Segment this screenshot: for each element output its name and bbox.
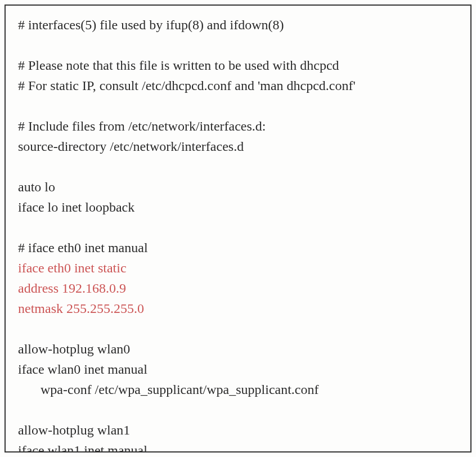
highlighted-line: address 192.168.0.9 (18, 278, 458, 298)
blank-line (18, 319, 458, 339)
config-line: iface wlan0 inet manual (18, 359, 458, 379)
config-line: wpa-conf /etc/wpa_supplicant/wpa_supplic… (18, 379, 458, 400)
config-line: source-directory /etc/network/interfaces… (18, 136, 458, 156)
blank-line (18, 217, 458, 238)
blank-line (18, 400, 458, 420)
blank-line (18, 35, 458, 55)
config-line: auto lo (18, 177, 458, 197)
config-line: allow-hotplug wlan1 (18, 420, 458, 440)
config-file-box: # interfaces(5) file used by ifup(8) and… (5, 5, 471, 452)
comment-line: # Please note that this file is written … (18, 55, 458, 75)
config-line: iface wlan1 inet manual (18, 440, 458, 452)
highlighted-line: netmask 255.255.255.0 (18, 298, 458, 319)
highlighted-line: iface eth0 inet static (18, 258, 458, 278)
blank-line (18, 156, 458, 177)
comment-line: # iface eth0 inet manual (18, 238, 458, 258)
config-line: iface lo inet loopback (18, 197, 458, 217)
comment-line: # For static IP, consult /etc/dhcpcd.con… (18, 75, 458, 96)
comment-line: # interfaces(5) file used by ifup(8) and… (18, 15, 458, 35)
blank-line (18, 96, 458, 116)
comment-line: # Include files from /etc/network/interf… (18, 116, 458, 136)
config-line: allow-hotplug wlan0 (18, 339, 458, 359)
